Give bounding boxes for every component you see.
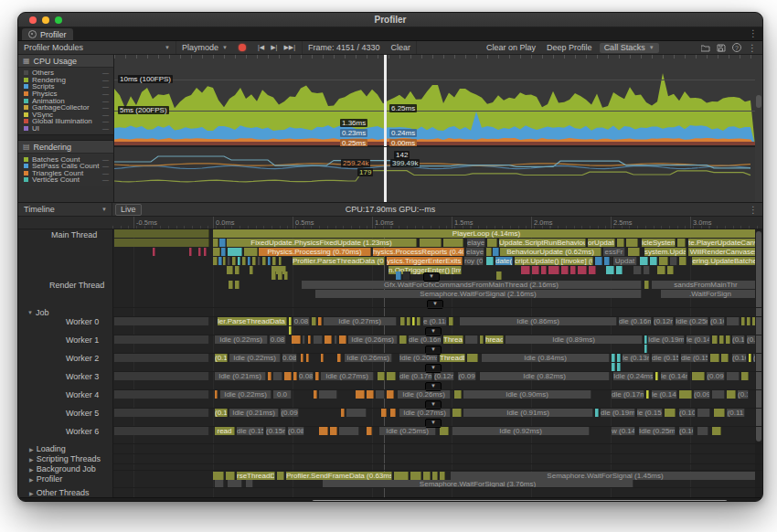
timeline-sample-bar[interactable]: (0.10 [679, 427, 694, 435]
timeline-sample-bar[interactable] [114, 239, 209, 247]
module-header[interactable]: ▤Rendering [18, 141, 113, 154]
timeline-sample-bar[interactable] [604, 257, 610, 265]
timeline-sample-bar[interactable] [496, 271, 502, 280]
timeline-sample-bar[interactable] [390, 409, 396, 417]
timeline-sample-bar[interactable] [114, 409, 209, 417]
timeline-sample-bar[interactable]: Idle (0.27ms) [321, 372, 374, 380]
timeline-sample-bar[interactable] [273, 372, 282, 380]
live-toggle[interactable]: Live [115, 204, 142, 216]
timeline-sample-bar[interactable] [480, 335, 484, 344]
timeline-sample-bar[interactable]: read [215, 427, 235, 435]
timeline-sample-bar[interactable] [467, 354, 478, 362]
timeline-sample-bar[interactable]: elayedC [466, 248, 484, 256]
timeline-sample-bar[interactable]: Idle (0.84ms) [482, 354, 610, 362]
timeline-sample-bar[interactable]: (0.10r [710, 317, 725, 325]
timeline-sample-bar[interactable]: Idle (0.25ms) [676, 317, 708, 325]
timeline-sample-bar[interactable]: (0.11 [727, 409, 745, 417]
save-profile-icon[interactable] [717, 44, 726, 52]
timeline-sample-bar[interactable] [487, 239, 497, 247]
timeline-sample-bar[interactable] [465, 335, 478, 344]
timeline-sample-bar[interactable] [292, 335, 301, 344]
timeline-sample-bar[interactable]: te.PlayerUpdateCanva [688, 239, 755, 247]
timeline-sample-bar[interactable] [440, 472, 445, 480]
timeline-sample-bar[interactable] [221, 248, 226, 256]
timeline-sample-bar[interactable] [325, 335, 332, 344]
timeline-sample-bar[interactable] [541, 266, 547, 274]
timeline-sample-bar[interactable] [213, 248, 220, 256]
timeline-sample-bar[interactable]: elayedF [467, 239, 485, 247]
timeline-sample-bar[interactable] [330, 427, 337, 435]
timeline-sample-bar[interactable] [284, 372, 292, 380]
timeline-sample-bar[interactable] [223, 257, 226, 265]
timeline-sample-bar[interactable]: Idle (0.25ms) [639, 427, 676, 435]
timeline-sample-bar[interactable]: .WaitForSign [661, 290, 755, 298]
timeline-sample-bar[interactable] [376, 390, 385, 399]
timeline-sample-bar[interactable]: Thread [443, 335, 463, 344]
timeline-sample-bar[interactable] [114, 229, 209, 238]
timeline-sample-bar[interactable] [646, 390, 649, 399]
timeline-sample-bar[interactable]: Gfx.WaitForGfxCommandsFromMainThread (2.… [302, 281, 642, 289]
timeline-sample-bar[interactable] [727, 317, 740, 325]
timeline-sample-bar[interactable] [315, 372, 319, 380]
timeline-sample-bar[interactable]: le (0.14m [652, 390, 677, 399]
timeline-sample-bar[interactable] [341, 409, 345, 417]
timeline-sample-bar[interactable]: (0.10 [679, 409, 696, 417]
timeline-sample-bar[interactable] [248, 257, 250, 265]
legend-item[interactable]: Vertices Count— [18, 176, 113, 184]
timeline-sample-bar[interactable] [213, 472, 224, 480]
timeline-sample-bar[interactable]: Idle (0.89ms) [506, 335, 643, 344]
timeline-sample-bar[interactable]: (0.15n [266, 427, 286, 435]
timeline-sample-bar[interactable] [314, 335, 323, 344]
timeline-sample-bar[interactable]: cript.Update() [Invoke] (0. [515, 257, 593, 265]
timeline-sample-bar[interactable] [440, 427, 449, 435]
timeline-sample-bar[interactable]: essFr [603, 248, 625, 256]
timeline-sample-bar[interactable]: Idle (0.19ms) [648, 335, 685, 344]
legend-item[interactable]: UI— [18, 125, 113, 133]
thread-row-background-job[interactable]: ▶Background Job [29, 464, 96, 473]
scrollbar-thumb[interactable] [756, 231, 761, 442]
timeline-sample-bar[interactable]: PlayerLoop (4.14ms) [213, 229, 755, 238]
timeline-sample-bar[interactable]: Updat [613, 257, 637, 265]
timeline-sample-bar[interactable] [381, 409, 387, 417]
timeline-sample-bar[interactable]: (0.09 [707, 372, 725, 380]
timeline-sample-bar[interactable]: (0.08 [288, 427, 304, 435]
timeline-sample-bar[interactable]: dle (0.15m [652, 354, 679, 362]
profiler-modules-dropdown[interactable]: Profiler Modules▼ [18, 41, 176, 54]
timeline-sample-bar[interactable] [337, 354, 341, 362]
timeline-sample-bar[interactable] [659, 257, 668, 265]
timeline-sample-bar[interactable]: (0.10 [732, 354, 747, 362]
timeline-sample-bar[interactable] [412, 317, 415, 325]
timeline-sample-bar[interactable] [532, 266, 539, 274]
timeline-sample-bar[interactable] [367, 427, 372, 435]
timeline-sample-bar[interactable] [712, 390, 725, 399]
timeline-sample-bar[interactable] [486, 248, 492, 256]
timeline-sample-bar[interactable] [697, 409, 710, 417]
timeline-sample-bar[interactable] [747, 317, 750, 325]
timeline-sample-bar[interactable] [228, 257, 230, 265]
timeline-sample-bar[interactable] [644, 281, 649, 289]
timeline-sample-bar[interactable] [215, 390, 218, 399]
timeline-sample-bar[interactable] [319, 427, 328, 435]
timeline-sample-bar[interactable] [250, 266, 253, 274]
timeline-sample-bar[interactable]: Idle (0.91ms) [463, 409, 593, 417]
timeline-sample-bar[interactable]: dle (0.17ms [612, 390, 644, 399]
timeline-sample-bar[interactable] [319, 390, 337, 399]
timeline-sample-bar[interactable] [278, 271, 282, 280]
scrollbar-thumb[interactable] [312, 500, 728, 503]
timeline-sample-bar[interactable]: e (0.11m [423, 317, 447, 325]
timeline-sample-bar[interactable] [644, 266, 650, 274]
timeline-sample-bar[interactable] [339, 427, 359, 435]
timeline-sample-bar[interactable] [454, 390, 462, 399]
load-profile-icon[interactable] [701, 44, 710, 52]
timeline-vertical-scrollbar[interactable] [755, 229, 762, 497]
timeline-sample-bar[interactable] [727, 390, 736, 399]
deep-profile-toggle[interactable]: Deep Profile [541, 41, 598, 54]
timeline-sample-bar[interactable] [655, 372, 658, 380]
timeline-sample-bar[interactable] [399, 335, 407, 344]
timeline-sample-bar[interactable] [650, 257, 657, 265]
timeline-sample-bar[interactable] [279, 257, 282, 265]
timeline-sample-bar[interactable]: Idle (0.26ms) [398, 390, 451, 399]
timeline-sample-bar[interactable]: roy (0.1 [464, 257, 484, 265]
timeline-sample-bar[interactable] [617, 354, 621, 362]
timeline-sample-bar[interactable] [714, 409, 725, 417]
